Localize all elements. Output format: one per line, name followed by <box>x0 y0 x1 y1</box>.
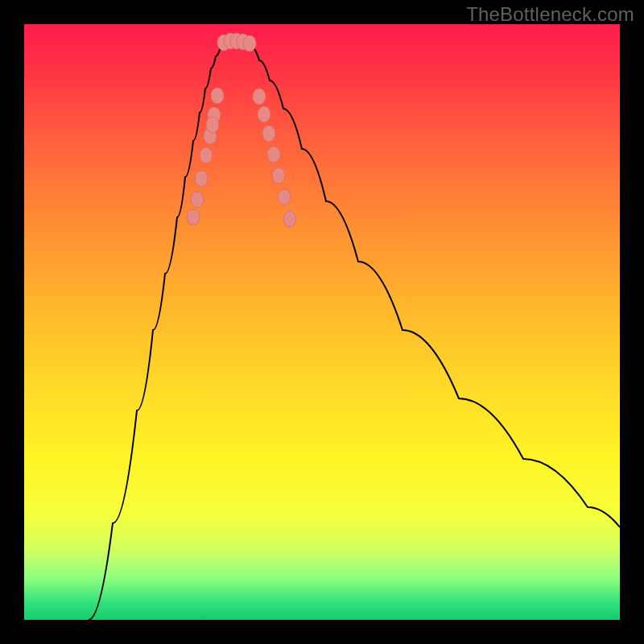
data-markers <box>187 33 296 227</box>
watermark-text: TheBottleneck.com <box>466 3 634 26</box>
data-marker <box>272 167 285 184</box>
data-marker <box>187 209 200 225</box>
data-marker <box>253 89 266 105</box>
data-marker <box>191 192 204 208</box>
chart-svg <box>24 24 620 620</box>
data-marker <box>267 147 280 163</box>
data-marker <box>262 126 275 142</box>
data-marker <box>200 147 213 163</box>
left-curve <box>89 47 221 620</box>
right-curve <box>251 47 620 527</box>
data-marker <box>211 88 224 104</box>
data-marker <box>206 117 219 133</box>
data-marker <box>278 189 291 205</box>
chart-plot-area <box>24 24 620 620</box>
data-marker <box>258 106 270 122</box>
data-marker <box>283 211 296 227</box>
data-marker <box>243 35 256 52</box>
data-marker <box>195 171 208 187</box>
